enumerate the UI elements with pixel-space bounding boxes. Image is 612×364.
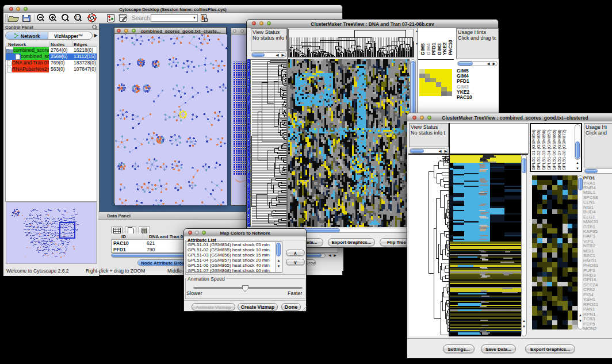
svg-text:1:1: 1:1 <box>75 16 80 19</box>
